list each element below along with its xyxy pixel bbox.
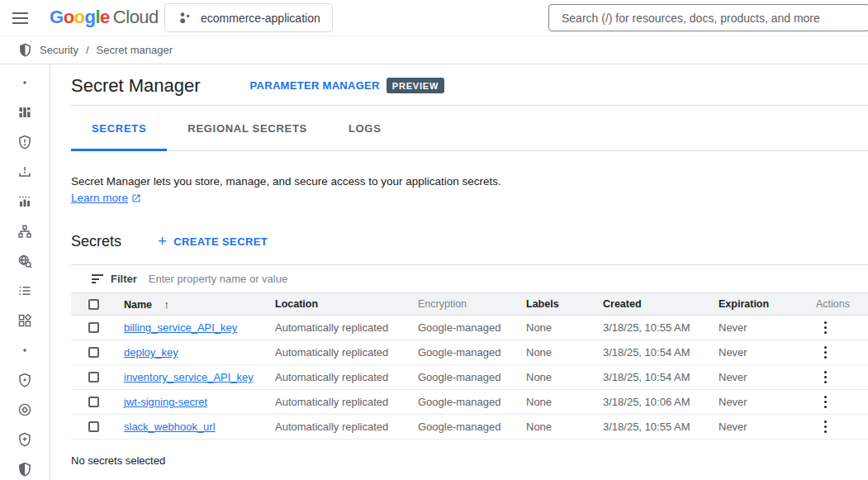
sidebar-dot-icon[interactable] [0, 68, 50, 97]
secret-name-link[interactable]: slack_webhook_url [124, 421, 216, 433]
main-content: Secret Manager PARAMETER MANAGER PREVIEW… [50, 64, 868, 480]
table-row: jwt-signing-secret Automatically replica… [71, 390, 868, 415]
sidebar-bar-chart-icon[interactable] [0, 187, 50, 216]
logo-letter: o [74, 7, 85, 27]
secret-name-link[interactable]: deploy_key [124, 346, 178, 359]
selection-status: No secrets selected [71, 454, 868, 467]
secret-location: Automatically replicated [275, 396, 388, 408]
secret-labels: None [526, 396, 552, 408]
row-checkbox[interactable] [88, 421, 99, 432]
filter-icon [92, 274, 103, 283]
column-header-actions: Actions [809, 298, 850, 310]
learn-more-link[interactable]: Learn more [71, 192, 141, 204]
plus-icon: + [158, 235, 167, 247]
secret-created: 3/18/25, 10:55 AM [603, 321, 690, 334]
top-app-bar: GoogleCloud ecommerce-application [0, 0, 868, 36]
breadcrumb-separator: / [86, 44, 89, 56]
secret-created: 3/18/25, 10:54 AM [603, 371, 690, 383]
row-checkbox[interactable] [88, 347, 99, 358]
row-checkbox[interactable] [88, 322, 99, 333]
sidebar-categories-icon[interactable] [0, 306, 50, 335]
sidebar-shield-alert-icon[interactable] [0, 127, 50, 157]
tab-secrets[interactable]: SECRETS [71, 106, 167, 150]
intro-text: Secret Manager lets you store, manage, a… [71, 173, 868, 190]
project-name: ecommerce-application [201, 12, 320, 25]
logo-cloud-text: Cloud [113, 7, 159, 27]
column-header-location[interactable]: Location [275, 298, 318, 310]
secret-name-link[interactable]: inventory_service_API_key [124, 371, 254, 383]
learn-more-label: Learn more [71, 192, 128, 204]
secret-name-link[interactable]: billing_service_API_key [124, 321, 237, 334]
column-header-encryption: Encryption [418, 298, 467, 310]
project-selector-button[interactable]: ecommerce-application [164, 3, 333, 32]
secret-created: 3/18/25, 10:06 AM [603, 396, 690, 408]
secret-location: Automatically replicated [275, 346, 388, 359]
secret-name-link[interactable]: jwt-signing-secret [124, 396, 207, 408]
secret-created: 3/18/25, 10:55 AM [603, 421, 690, 433]
select-all-checkbox[interactable] [88, 299, 99, 310]
secret-expiration: Never [719, 396, 747, 408]
table-header-row: Name ↑ Location Encryption Labels Create… [71, 293, 868, 316]
filter-input[interactable] [149, 273, 868, 285]
column-header-labels[interactable]: Labels [526, 298, 559, 310]
logo-letter: o [64, 7, 74, 27]
more-actions-icon[interactable] [821, 343, 830, 362]
gcp-secret-manager-screen: GoogleCloud ecommerce-application Securi… [0, 0, 868, 480]
parameter-manager-link[interactable]: PARAMETER MANAGER [250, 79, 380, 92]
secret-encryption: Google-managed [418, 321, 500, 334]
external-link-icon [131, 193, 141, 203]
secret-expiration: Never [719, 371, 747, 383]
secret-location: Automatically replicated [275, 371, 388, 383]
more-actions-icon[interactable] [821, 392, 830, 411]
secret-labels: None [526, 371, 552, 383]
logo-letter: G [50, 7, 64, 27]
secret-encryption: Google-managed [418, 371, 500, 383]
tab-logs[interactable]: LOGS [328, 106, 402, 150]
secret-encryption: Google-managed [418, 396, 500, 408]
page-title: Secret Manager [71, 75, 201, 97]
row-checkbox[interactable] [88, 372, 99, 383]
table-row: billing_service_API_key Automatically re… [71, 316, 868, 340]
filter-label: Filter [111, 273, 137, 285]
create-secret-label: CREATE SECRET [173, 235, 268, 248]
sort-ascending-icon[interactable]: ↑ [164, 298, 170, 311]
sidebar-security-shield-icon[interactable] [0, 454, 50, 480]
secret-expiration: Never [719, 346, 747, 359]
table-row: slack_webhook_url Automatically replicat… [71, 415, 868, 440]
breadcrumb-security-link[interactable]: Security [40, 44, 78, 56]
more-actions-icon[interactable] [821, 417, 830, 436]
row-checkbox[interactable] [88, 397, 99, 407]
security-shield-icon [18, 43, 32, 57]
more-actions-icon[interactable] [821, 368, 830, 387]
sidebar-tray-alert-icon[interactable] [0, 157, 50, 187]
sidebar-shield-plus-icon[interactable] [0, 425, 50, 454]
column-header-created[interactable]: Created [603, 298, 642, 310]
breadcrumb-current-page: Secret manager [97, 44, 173, 56]
secret-encryption: Google-managed [418, 421, 500, 433]
sidebar-web-scan-icon[interactable] [0, 246, 50, 276]
menu-icon[interactable] [12, 10, 31, 26]
secrets-heading: Secrets [71, 233, 121, 250]
sidebar-dot-icon[interactable] [0, 335, 50, 365]
create-secret-button[interactable]: + CREATE SECRET [158, 235, 268, 248]
table-row: inventory_service_API_key Automatically … [71, 365, 868, 390]
secrets-section-header: Secrets + CREATE SECRET [71, 232, 868, 250]
logo-letter: e [100, 7, 110, 27]
logo-letter: g [85, 7, 96, 27]
tab-bar: SECRETS REGIONAL SECRETS LOGS [71, 106, 868, 151]
column-header-expiration[interactable]: Expiration [719, 298, 769, 310]
search-input[interactable] [562, 12, 868, 25]
sidebar-list-icon[interactable] [0, 276, 50, 306]
tab-regional-secrets[interactable]: REGIONAL SECRETS [167, 106, 328, 150]
sidebar-shield-dot-icon[interactable] [0, 365, 50, 395]
sidebar-compliance-icon[interactable] [0, 395, 50, 425]
secret-labels: None [526, 421, 552, 433]
page-header: Secret Manager PARAMETER MANAGER PREVIEW [71, 74, 868, 97]
sidebar-dashboard-icon[interactable] [0, 97, 50, 127]
secret-expiration: Never [719, 321, 747, 334]
preview-badge: PREVIEW [387, 78, 444, 93]
more-actions-icon[interactable] [821, 318, 830, 337]
column-header-name[interactable]: Name [124, 299, 152, 311]
sidebar-org-chart-icon[interactable] [0, 216, 50, 246]
google-cloud-logo: GoogleCloud [50, 7, 159, 28]
